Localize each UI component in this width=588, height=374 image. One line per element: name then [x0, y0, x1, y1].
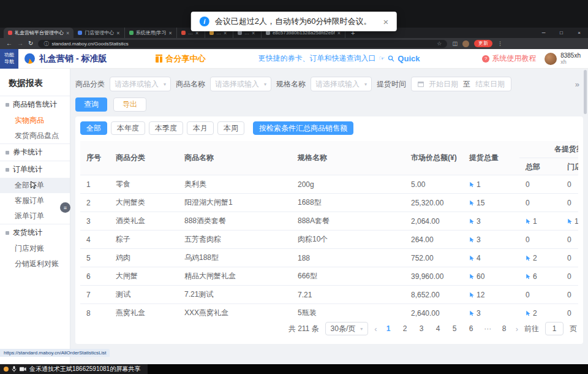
- menu-dots-icon[interactable]: ⋮: [497, 40, 503, 47]
- back-icon[interactable]: ←: [6, 40, 12, 47]
- forward-icon[interactable]: →: [17, 40, 23, 47]
- quick-filter-button[interactable]: 本年度: [111, 121, 145, 135]
- quick-filter-button[interactable]: 本月: [187, 121, 214, 135]
- tutorial-link[interactable]: 系统使用教程: [492, 53, 536, 64]
- click-count-cell[interactable]: 3: [463, 235, 519, 244]
- page-number[interactable]: ···: [483, 324, 493, 333]
- click-count-cell[interactable]: 1: [463, 180, 519, 189]
- brand-title: 礼盒营销 - 标准版: [39, 53, 107, 64]
- table-cell: 0: [561, 254, 578, 262]
- click-count-cell[interactable]: 1: [561, 217, 578, 226]
- page-number[interactable]: 4: [433, 324, 443, 333]
- quick-filter-button[interactable]: 本周: [217, 121, 244, 135]
- cell-text: 0: [526, 180, 530, 189]
- sidebar-item[interactable]: 派单订单: [0, 208, 70, 224]
- table-cell: 5: [80, 254, 110, 262]
- url-bar[interactable]: ⓘ standard.maboy.cn/GoodsStatistics ☆: [38, 40, 447, 48]
- sidebar-group[interactable]: 券卡统计: [0, 144, 70, 161]
- cell-text: 5: [86, 254, 91, 262]
- page-number[interactable]: 2: [400, 324, 410, 333]
- search-button[interactable]: 查询: [75, 97, 107, 112]
- sidebar-group[interactable]: 订单统计: [0, 161, 70, 178]
- quick-tip-link[interactable]: 更快捷的券卡、订单和快递查询入口: [258, 53, 375, 64]
- page-number[interactable]: 3: [417, 324, 427, 333]
- quick-link[interactable]: Quick: [398, 54, 420, 63]
- page-number[interactable]: 8: [499, 324, 510, 333]
- tab-close-icon[interactable]: ×: [66, 30, 69, 36]
- user-info[interactable]: 8385xh xh: [560, 52, 581, 66]
- tab-close-icon[interactable]: ×: [169, 30, 172, 36]
- cell-text: 0: [567, 272, 571, 281]
- column-subheader: 总部: [519, 158, 561, 175]
- table-cell: 188: [292, 254, 405, 262]
- page-number[interactable]: 1: [383, 324, 394, 333]
- click-count-cell[interactable]: 12: [463, 291, 519, 299]
- click-count-cell[interactable]: 3: [463, 217, 519, 226]
- summary-button[interactable]: 按检索条件汇总商品销售额: [253, 121, 353, 135]
- next-page-icon[interactable]: ›: [516, 324, 518, 334]
- goto-label: 前往: [524, 324, 539, 334]
- table-cell: 752.00: [405, 254, 463, 262]
- click-count-cell[interactable]: 3: [463, 309, 519, 318]
- tab-title: 系统使用|学习: [136, 29, 167, 36]
- quick-filter-button[interactable]: 全部: [80, 121, 107, 135]
- browser-update-button[interactable]: 更新: [474, 40, 492, 47]
- table-cell: 1: [80, 180, 110, 189]
- nav-toggle[interactable]: 功能 导航: [0, 49, 18, 69]
- page-number[interactable]: 6: [466, 324, 477, 333]
- site-info-icon[interactable]: ⓘ: [43, 40, 48, 47]
- table-cell: 五芳斋肉粽: [178, 234, 292, 245]
- click-count-cell[interactable]: 60: [463, 272, 519, 281]
- click-count-cell[interactable]: 15: [463, 199, 519, 207]
- share-center-link[interactable]: 合分享中心: [156, 53, 205, 64]
- tab-favicon: [238, 31, 242, 35]
- sidebar-collapse-handle[interactable]: ≡: [60, 202, 70, 213]
- tab-close-icon[interactable]: ×: [116, 30, 119, 36]
- close-window-icon[interactable]: ×: [570, 28, 588, 38]
- browser-tab[interactable]: 系统使用|学习×: [125, 28, 177, 38]
- close-icon[interactable]: ×: [383, 17, 388, 27]
- sidebar-item[interactable]: 发货商品盘点: [0, 128, 70, 143]
- reload-icon[interactable]: ↻: [28, 40, 33, 47]
- browser-profile-avatar[interactable]: [462, 40, 469, 47]
- click-count-cell[interactable]: 2: [519, 309, 561, 318]
- bookmark-star-icon[interactable]: ☆: [437, 40, 442, 47]
- browser-tab[interactable]: 礼盒营销平台管理中心×: [4, 28, 74, 38]
- click-count-cell[interactable]: 1: [519, 217, 561, 226]
- page-number[interactable]: 5: [450, 324, 460, 333]
- page-size-select[interactable]: 30条/页▾: [325, 322, 369, 335]
- browser-tab[interactable]: 门店管理中心×: [74, 28, 124, 38]
- quick-entry: 更快捷的券卡、订单和快递查询入口 ☞ Quick: [258, 53, 420, 64]
- sidebar-item[interactable]: 实物商品: [0, 113, 70, 128]
- click-count-cell[interactable]: 2: [519, 254, 561, 262]
- filter-select[interactable]: 请选择或输入▾: [311, 77, 372, 91]
- screen-share-bar: 金禾通技术王斌18662591081的屏幕共享: [0, 364, 588, 374]
- sidebar-item[interactable]: 门店对账: [0, 241, 70, 256]
- quick-filter-button[interactable]: 本季度: [149, 121, 183, 135]
- goto-page-input[interactable]: [545, 322, 564, 335]
- date-range-picker[interactable]: 开始日期 至 结束日期: [411, 77, 511, 91]
- side-panel-icon[interactable]: ◫: [452, 40, 458, 47]
- cell-text: 0: [567, 309, 571, 318]
- click-count-cell[interactable]: 4: [463, 254, 519, 262]
- sidebar-item[interactable]: 全部订单: [0, 178, 70, 193]
- cell-text: 3: [477, 217, 481, 226]
- maximize-icon[interactable]: □: [552, 28, 570, 38]
- filter-select[interactable]: 请选择或输入▾: [210, 77, 271, 91]
- minimize-icon[interactable]: ─: [535, 28, 552, 38]
- export-button[interactable]: 导出: [113, 97, 146, 112]
- sidebar-item[interactable]: 分销返利对账: [0, 256, 70, 272]
- url-text[interactable]: standard.maboy.cn/GoodsStatistics: [51, 41, 434, 47]
- scrollbar[interactable]: [584, 70, 587, 362]
- table-cell: 燕窝礼盒: [110, 308, 178, 318]
- sidebar-group[interactable]: 发货统计: [0, 224, 70, 241]
- cell-text: 阳澄湖大闸蟹1: [184, 197, 233, 208]
- scrollbar-thumb[interactable]: [584, 70, 587, 114]
- sidebar-group[interactable]: 商品销售统计: [0, 96, 70, 113]
- prev-page-icon[interactable]: ‹: [374, 324, 377, 334]
- sidebar-item[interactable]: 客服订单: [0, 193, 70, 208]
- click-count-cell[interactable]: 6: [519, 272, 561, 281]
- user-avatar[interactable]: [545, 53, 557, 65]
- filter-select[interactable]: 请选择或输入▾: [110, 77, 171, 91]
- collapse-arrows-icon[interactable]: »: [575, 80, 579, 89]
